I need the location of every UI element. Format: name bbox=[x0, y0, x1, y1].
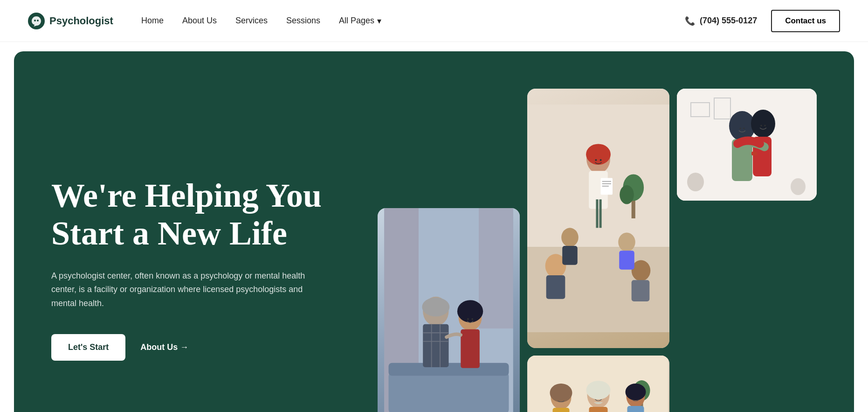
svg-rect-72 bbox=[627, 406, 644, 412]
nav-link-sessions[interactable]: Sessions bbox=[286, 16, 320, 25]
svg-point-55 bbox=[422, 298, 449, 317]
svg-rect-50 bbox=[423, 324, 448, 367]
nav-item-all-pages[interactable]: All Pages ▾ bbox=[339, 16, 381, 26]
photo-hug bbox=[677, 89, 817, 201]
hero-photos: ▶ Made in Framer bbox=[378, 79, 817, 412]
svg-point-1 bbox=[34, 20, 36, 21]
svg-rect-21 bbox=[632, 280, 650, 301]
photo-group-therapy bbox=[527, 89, 669, 348]
svg-rect-47 bbox=[389, 371, 509, 412]
about-us-button[interactable]: About Us → bbox=[140, 342, 188, 352]
hero-actions: Let's Start About Us → bbox=[51, 334, 350, 361]
svg-point-58 bbox=[457, 300, 483, 322]
phone-icon: 📞 bbox=[685, 16, 695, 26]
navbar: Psychologist Home About Us Services Sess… bbox=[0, 0, 868, 42]
nav-item-services[interactable]: Services bbox=[235, 16, 268, 26]
svg-rect-19 bbox=[546, 275, 565, 299]
nav-link-home[interactable]: Home bbox=[141, 16, 164, 25]
svg-point-70 bbox=[586, 381, 611, 399]
hero-content: We're Helping You Start a New Life A psy… bbox=[51, 177, 350, 360]
svg-point-24 bbox=[618, 233, 635, 252]
group-therapy-illustration bbox=[527, 89, 669, 348]
photo-counseling bbox=[378, 208, 520, 412]
svg-point-42 bbox=[791, 178, 806, 195]
svg-rect-11 bbox=[596, 199, 598, 228]
svg-point-8 bbox=[620, 185, 634, 204]
logo-icon bbox=[28, 13, 45, 29]
lets-start-button[interactable]: Let's Start bbox=[51, 334, 125, 361]
contact-button[interactable]: Contact us bbox=[771, 10, 840, 32]
nav-item-about[interactable]: About Us bbox=[182, 16, 217, 26]
svg-rect-40 bbox=[751, 152, 757, 155]
svg-rect-46 bbox=[479, 208, 513, 328]
svg-point-37 bbox=[744, 128, 745, 129]
photo-meeting: ▶ Made in Framer bbox=[527, 356, 669, 412]
svg-point-26 bbox=[595, 159, 597, 161]
phone-number: 📞 (704) 555-0127 bbox=[685, 16, 757, 26]
svg-point-73 bbox=[626, 384, 646, 400]
nav-item-sessions[interactable]: Sessions bbox=[286, 16, 320, 26]
nav-left: Psychologist Home About Us Services Sess… bbox=[28, 13, 381, 29]
svg-point-60 bbox=[471, 318, 473, 320]
hero-title: We're Helping You Start a New Life bbox=[51, 177, 350, 252]
nav-right: 📞 (704) 555-0127 Contact us bbox=[685, 10, 840, 32]
svg-rect-23 bbox=[562, 246, 578, 265]
svg-point-36 bbox=[740, 128, 741, 129]
hero-section: We're Helping You Start a New Life A psy… bbox=[14, 51, 854, 412]
nav-link-about[interactable]: About Us bbox=[182, 16, 217, 25]
hero-description: A psychologist center, often known as a … bbox=[51, 269, 312, 311]
svg-point-39 bbox=[765, 125, 766, 126]
counseling-illustration bbox=[378, 208, 520, 412]
nav-link-all-pages[interactable]: All Pages ▾ bbox=[339, 16, 381, 26]
svg-rect-66 bbox=[553, 408, 570, 412]
svg-point-34 bbox=[751, 110, 775, 138]
svg-point-27 bbox=[600, 159, 602, 161]
logo-text: Psychologist bbox=[49, 15, 113, 27]
meeting-illustration bbox=[527, 356, 669, 412]
chevron-down-icon: ▾ bbox=[377, 16, 381, 26]
nav-link-services[interactable]: Services bbox=[235, 16, 268, 25]
nav-item-home[interactable]: Home bbox=[141, 16, 164, 26]
svg-point-67 bbox=[550, 384, 572, 402]
svg-point-17 bbox=[586, 144, 611, 165]
svg-rect-25 bbox=[619, 251, 634, 270]
svg-rect-69 bbox=[589, 407, 608, 412]
svg-point-38 bbox=[761, 125, 762, 126]
svg-point-41 bbox=[687, 173, 704, 191]
svg-rect-12 bbox=[599, 199, 602, 228]
logo[interactable]: Psychologist bbox=[28, 13, 113, 29]
svg-point-2 bbox=[37, 20, 39, 21]
svg-point-59 bbox=[467, 318, 469, 320]
svg-point-22 bbox=[561, 228, 579, 247]
hug-illustration bbox=[677, 89, 817, 201]
svg-rect-57 bbox=[461, 329, 480, 368]
nav-links: Home About Us Services Sessions All Page… bbox=[141, 16, 381, 26]
